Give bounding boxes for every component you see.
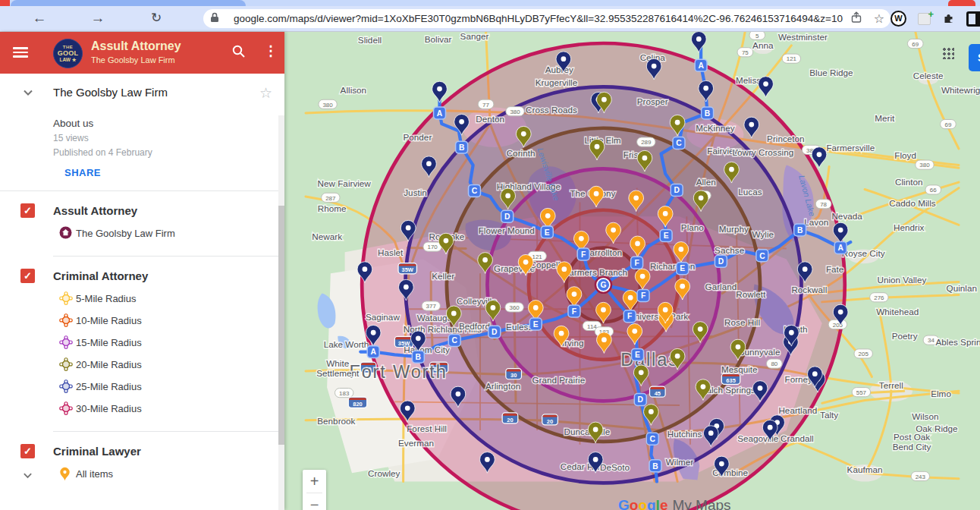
route-waypoint-F[interactable]: F bbox=[637, 289, 649, 301]
legend-item[interactable]: 30-Mile Radius bbox=[0, 398, 284, 420]
favorite-star-icon[interactable]: ☆ bbox=[259, 84, 272, 102]
back-button[interactable]: ← bbox=[29, 8, 50, 28]
city-label: Benbrook bbox=[317, 416, 355, 426]
route-waypoint-B[interactable]: B bbox=[456, 141, 468, 153]
sidebar-scrollbar[interactable] bbox=[278, 115, 284, 510]
city-label: Farmers Branch bbox=[564, 267, 627, 277]
route-waypoint-E[interactable]: E bbox=[660, 230, 672, 242]
city-label: Lowry Crossing bbox=[732, 147, 793, 157]
city-label: Allen bbox=[696, 177, 716, 187]
legend-item[interactable]: 10-Mile Radius bbox=[0, 310, 284, 332]
address-bar[interactable]: google.com/maps/d/viewer?mid=1XoXbFE30T0… bbox=[203, 9, 890, 28]
route-waypoint-D[interactable]: D bbox=[501, 210, 514, 222]
route-waypoint-A[interactable]: A bbox=[834, 242, 847, 254]
route-waypoint-F[interactable]: F bbox=[568, 305, 580, 317]
zoom-in-button[interactable]: + bbox=[303, 470, 326, 493]
layer-checkbox[interactable]: ✓ bbox=[20, 269, 35, 283]
legend-item[interactable]: 15-Mile Radius bbox=[0, 332, 284, 354]
forward-button[interactable]: → bbox=[87, 8, 108, 28]
zoom-out-button[interactable]: − bbox=[303, 493, 326, 510]
theme-accent-right bbox=[948, 0, 975, 6]
city-label: Cross Roads bbox=[526, 105, 577, 115]
search-icon[interactable] bbox=[231, 44, 246, 61]
legend-item[interactable]: 25-Mile Radius bbox=[0, 376, 284, 398]
bookmark-star-icon[interactable]: ☆ bbox=[868, 11, 890, 26]
route-waypoint-D[interactable]: D bbox=[715, 255, 727, 267]
route-waypoint-B[interactable]: B bbox=[794, 224, 806, 236]
city-label: Garland bbox=[705, 282, 737, 291]
route-waypoint-D[interactable]: D bbox=[634, 394, 646, 406]
route-waypoint-C[interactable]: C bbox=[469, 184, 481, 197]
legend-item[interactable]: The Goolsby Law Firm bbox=[0, 223, 284, 245]
route-shield: 243 bbox=[911, 471, 929, 480]
route-waypoint-E[interactable]: E bbox=[632, 348, 644, 360]
city-label: Royse City bbox=[842, 248, 885, 258]
svg-text:D: D bbox=[674, 186, 680, 194]
route-waypoint-E[interactable]: E bbox=[529, 318, 542, 330]
extension-cube-icon[interactable]: + bbox=[918, 11, 934, 27]
city-label: Whitehead bbox=[876, 307, 919, 316]
route-waypoint-F[interactable]: F bbox=[577, 248, 589, 260]
svg-text:77: 77 bbox=[482, 102, 489, 109]
extension-w-icon[interactable]: W bbox=[890, 11, 907, 27]
reload-button[interactable]: ↻ bbox=[146, 8, 167, 28]
city-label: Farmersville bbox=[826, 143, 875, 153]
city-label: Union Valley bbox=[877, 275, 926, 285]
legend-item[interactable]: 5-Mile Radius bbox=[0, 288, 284, 310]
city-label: Bolivar bbox=[425, 34, 452, 44]
scrollbar-thumb[interactable] bbox=[278, 206, 284, 445]
layer-checkbox[interactable]: ✓ bbox=[20, 203, 35, 218]
layer-section: ✓Assult AttorneyThe Goolsby Law Firm bbox=[0, 191, 284, 257]
svg-text:C: C bbox=[676, 139, 682, 147]
layer-checkbox[interactable]: ✓ bbox=[20, 444, 35, 458]
route-waypoint-B[interactable]: B bbox=[649, 460, 661, 472]
legend-item[interactable]: All items bbox=[0, 464, 284, 486]
route-waypoint-C[interactable]: C bbox=[673, 137, 685, 150]
share-icon[interactable] bbox=[845, 11, 868, 27]
route-waypoint-E[interactable]: E bbox=[541, 226, 553, 238]
more-options-icon[interactable]: ⋮ bbox=[264, 42, 278, 59]
map-canvas[interactable]: 3807738028938038075121696966782762052053… bbox=[284, 32, 980, 510]
svg-text:243: 243 bbox=[916, 474, 926, 480]
layer-title[interactable]: Assult Attorney bbox=[53, 204, 137, 217]
legend-item-label: 15-Mile Radius bbox=[76, 337, 142, 348]
route-waypoint-F[interactable]: F bbox=[631, 257, 643, 269]
share-button[interactable]: SHARE bbox=[64, 167, 284, 178]
legend-item[interactable]: 20-Mile Radius bbox=[0, 354, 284, 376]
svg-text:C: C bbox=[451, 336, 457, 345]
svg-text:557: 557 bbox=[856, 389, 867, 396]
svg-text:B: B bbox=[797, 226, 803, 235]
route-waypoint-C[interactable]: C bbox=[646, 433, 658, 445]
url-text[interactable]: google.com/maps/d/viewer?mid=1XoXbFE30T0… bbox=[234, 13, 845, 24]
layer-section: ✓Criminal LawyerAll items bbox=[0, 432, 284, 486]
layer-title[interactable]: Criminal Lawyer bbox=[53, 445, 141, 458]
collapse-chevron-icon[interactable] bbox=[23, 87, 33, 98]
layer-title[interactable]: Criminal Attorney bbox=[53, 269, 148, 282]
browser-tab[interactable] bbox=[11, 0, 246, 6]
destination-marker[interactable]: G bbox=[595, 276, 612, 294]
profile-icon[interactable] bbox=[966, 11, 980, 27]
route-waypoint-C[interactable]: C bbox=[448, 335, 460, 347]
route-waypoint-E[interactable]: E bbox=[677, 263, 689, 275]
extensions-puzzle-icon[interactable] bbox=[942, 11, 959, 27]
route-waypoint-A[interactable]: A bbox=[695, 59, 707, 71]
svg-text:E: E bbox=[635, 351, 640, 359]
chevron-down-icon[interactable] bbox=[23, 470, 33, 483]
svg-text:C: C bbox=[759, 252, 765, 260]
route-waypoint-C[interactable]: C bbox=[756, 250, 768, 262]
route-waypoint-F[interactable]: F bbox=[623, 310, 636, 323]
sign-in-button[interactable]: Sign in bbox=[969, 44, 980, 71]
svg-text:289: 289 bbox=[641, 139, 652, 146]
google-apps-grid-icon[interactable] bbox=[943, 48, 954, 59]
map-name[interactable]: The Goolsby Law Firm bbox=[53, 86, 168, 99]
route-waypoint-B[interactable]: B bbox=[702, 107, 714, 119]
map-svg[interactable]: 3807738028938038075121696966782762052053… bbox=[284, 32, 980, 510]
menu-icon[interactable] bbox=[13, 47, 28, 58]
browser-window: ← → ↻ google.com/maps/d/viewer?mid=1XoXb… bbox=[0, 0, 980, 510]
route-waypoint-D[interactable]: D bbox=[488, 326, 501, 338]
route-waypoint-A[interactable]: A bbox=[434, 107, 446, 119]
route-waypoint-B[interactable]: B bbox=[412, 351, 424, 363]
route-waypoint-A[interactable]: A bbox=[367, 346, 379, 358]
city-label: Westminster bbox=[778, 32, 828, 42]
route-waypoint-D[interactable]: D bbox=[671, 184, 683, 196]
